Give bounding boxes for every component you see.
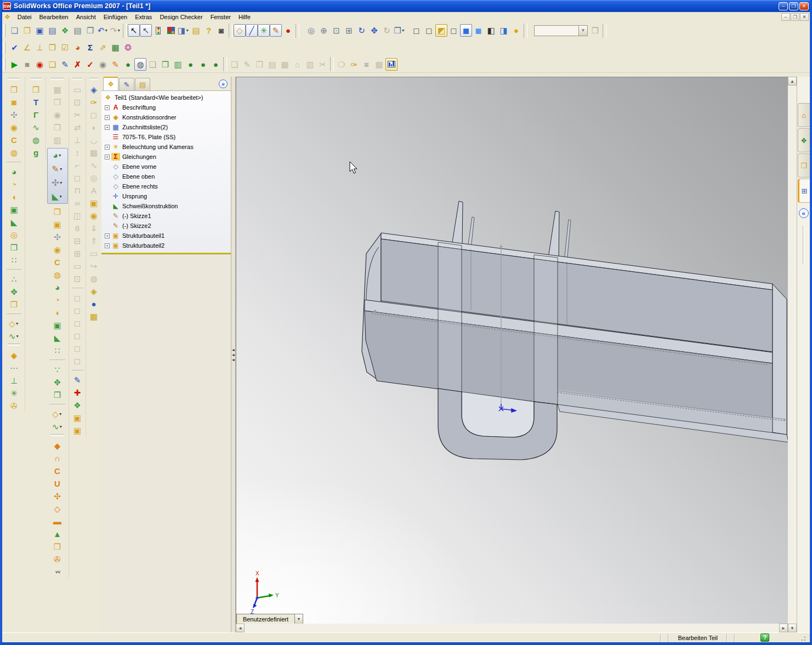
menu-design-checker[interactable]: Design Checker bbox=[156, 13, 206, 21]
menu-datei[interactable]: Datei bbox=[14, 13, 36, 21]
e15[interactable]: ↪ bbox=[86, 260, 101, 272]
dome[interactable]: ❒ bbox=[3, 241, 25, 254]
surface-g[interactable]: g bbox=[26, 146, 46, 159]
tree-expander[interactable]: + bbox=[105, 105, 110, 110]
cube4[interactable]: ◻ bbox=[69, 329, 86, 342]
extrude-surface[interactable]: ❒ bbox=[26, 83, 46, 96]
sketch-dd[interactable]: ✎▼ bbox=[48, 162, 67, 176]
shaded-with-edges[interactable]: ◼ bbox=[460, 24, 472, 37]
tree-item[interactable]: +ABeschriftung bbox=[103, 102, 231, 112]
rotate-about-scene-floor[interactable]: ↻ bbox=[381, 24, 393, 37]
d9[interactable]: ⊓ bbox=[69, 184, 86, 197]
ref-axis[interactable]: ⋯ bbox=[3, 362, 25, 374]
folders-green[interactable]: ❒ bbox=[159, 58, 172, 71]
lofted-cut[interactable]: ◍ bbox=[3, 146, 25, 159]
cube3[interactable]: ◻ bbox=[69, 317, 86, 329]
c-swept[interactable]: ✣ bbox=[46, 231, 69, 243]
e19[interactable]: ▦ bbox=[86, 310, 101, 323]
e7[interactable]: ∿ bbox=[86, 159, 101, 172]
tree-item[interactable]: +ΣGleichungen bbox=[103, 152, 231, 162]
shell[interactable]: ▣ bbox=[3, 203, 25, 216]
menu-einfügen[interactable]: Einfügen bbox=[100, 13, 131, 21]
books-green[interactable]: ▥ bbox=[172, 58, 184, 71]
e3[interactable]: ◻ bbox=[86, 109, 101, 121]
zoom-in-out[interactable]: ⊕ bbox=[317, 24, 330, 37]
revolved-cut[interactable]: C bbox=[3, 134, 25, 146]
linear-pattern[interactable]: ∴ bbox=[3, 273, 25, 286]
e9[interactable]: A bbox=[86, 184, 101, 197]
sm-edge-flange[interactable]: ∩ bbox=[46, 452, 69, 465]
sm-cone[interactable]: ▲ bbox=[46, 528, 69, 540]
reference-geometry[interactable]: ◇▼ bbox=[3, 317, 25, 330]
scroll-up-button[interactable]: ▲ bbox=[788, 77, 797, 85]
spell-check[interactable]: ✔ bbox=[8, 41, 21, 54]
grid-tan[interactable]: ▦ bbox=[373, 58, 385, 71]
style-spline[interactable]: ∿ bbox=[26, 121, 46, 134]
c-mirror[interactable]: ❒ bbox=[46, 389, 69, 401]
gray-a8[interactable]: ✂ bbox=[316, 58, 329, 71]
d2[interactable]: ⊡ bbox=[69, 96, 86, 109]
c-loft[interactable]: ◍ bbox=[46, 269, 69, 281]
apply-scene[interactable]: ❒ bbox=[589, 24, 601, 37]
print[interactable]: ▤ bbox=[71, 24, 84, 37]
import-diagnostics[interactable]: ⇗ bbox=[96, 41, 109, 54]
equations[interactable]: Σ bbox=[84, 41, 96, 54]
d5[interactable]: ⊥ bbox=[69, 134, 86, 146]
tree-item[interactable]: +◣Schweißkonstruktion bbox=[103, 201, 231, 211]
spline[interactable]: Γ bbox=[26, 109, 46, 121]
tree-item[interactable]: +◇Ebene rechts bbox=[103, 181, 231, 191]
table-gray[interactable]: ▦ bbox=[46, 83, 69, 96]
swoosh-gold[interactable]: ✑ bbox=[348, 58, 360, 71]
gray-a5[interactable]: ▦ bbox=[279, 58, 291, 71]
menu-hilfe[interactable]: Hilfe bbox=[235, 13, 254, 21]
shadows[interactable]: ◧ bbox=[485, 24, 497, 37]
tree-item[interactable]: +✎(-) Skizze2 bbox=[103, 221, 231, 231]
horizontal-scrollbar[interactable]: ◄ ► bbox=[236, 624, 788, 632]
standard-views[interactable]: ❐▼ bbox=[393, 24, 406, 37]
render-last[interactable]: ● bbox=[282, 24, 294, 37]
d3[interactable]: ✂ bbox=[69, 109, 86, 121]
ref-plane[interactable]: ◆ bbox=[3, 349, 25, 362]
sm-sketched-bend[interactable]: ✣ bbox=[46, 490, 69, 503]
c-circpattern[interactable]: ✥ bbox=[46, 376, 69, 389]
make-drawing-from-part[interactable]: ▤ bbox=[46, 24, 59, 37]
d13[interactable]: ⊟ bbox=[69, 235, 86, 247]
view-selector-dropdown[interactable]: ▼ bbox=[294, 614, 303, 624]
view-orientation-combo[interactable]: ▼ bbox=[534, 25, 588, 36]
scroll-right-button[interactable]: ► bbox=[779, 624, 788, 632]
undo[interactable]: ↶▼ bbox=[96, 24, 109, 37]
coordinate-system[interactable]: ⊥ bbox=[3, 374, 25, 387]
gray-a1[interactable]: ❏ bbox=[228, 58, 241, 71]
e10[interactable]: ▣ bbox=[86, 197, 101, 209]
zoom-fit[interactable]: ⊞ bbox=[343, 24, 355, 37]
cube5[interactable]: ◻ bbox=[69, 342, 86, 355]
selection-filter[interactable]: ↖ bbox=[140, 24, 152, 37]
d4[interactable]: ⇄ bbox=[69, 121, 86, 134]
c-move[interactable]: ∷ bbox=[46, 344, 69, 357]
photoworks-swoosh[interactable]: ❂ bbox=[122, 41, 134, 54]
user-add[interactable]: ● bbox=[122, 58, 134, 71]
tree-item[interactable]: +✎(-) Skizze1 bbox=[103, 211, 231, 221]
vertical-scrollbar[interactable]: ▲ ▼ bbox=[788, 77, 797, 632]
cube1[interactable]: ◻ bbox=[69, 292, 86, 304]
screen-capture[interactable]: ◙ bbox=[215, 24, 228, 37]
c-chamfer[interactable]: ◔ bbox=[46, 294, 69, 306]
sm-closed-corner[interactable]: ◇ bbox=[46, 503, 69, 515]
display-pane[interactable]: ◨▼ bbox=[177, 24, 190, 37]
graphics-viewport[interactable]: X Y Z bbox=[236, 77, 788, 624]
tree-root[interactable]: ❖Teil1 (Standard<Wie bearbeitet>) bbox=[103, 93, 231, 102]
realview[interactable]: ● bbox=[510, 24, 523, 37]
c-shell[interactable]: ▣ bbox=[46, 319, 69, 332]
close-button[interactable]: ✕ bbox=[799, 2, 809, 10]
minimize-button[interactable]: – bbox=[779, 2, 788, 10]
macro-stop[interactable]: ■ bbox=[21, 58, 33, 71]
sketch-edit[interactable]: ✎ bbox=[270, 24, 282, 37]
gray-a6[interactable]: ⌂ bbox=[291, 58, 304, 71]
macro-record[interactable]: ◉ bbox=[33, 58, 46, 71]
tree-expander[interactable]: + bbox=[105, 115, 110, 120]
taskpane-resources[interactable]: ❖ bbox=[798, 128, 810, 152]
boxed-gold1[interactable]: ▣ bbox=[69, 412, 86, 424]
sketch-blue[interactable]: ✎ bbox=[69, 374, 86, 386]
macro-edit[interactable]: ✎ bbox=[59, 58, 71, 71]
section-view[interactable]: ◨ bbox=[497, 24, 510, 37]
